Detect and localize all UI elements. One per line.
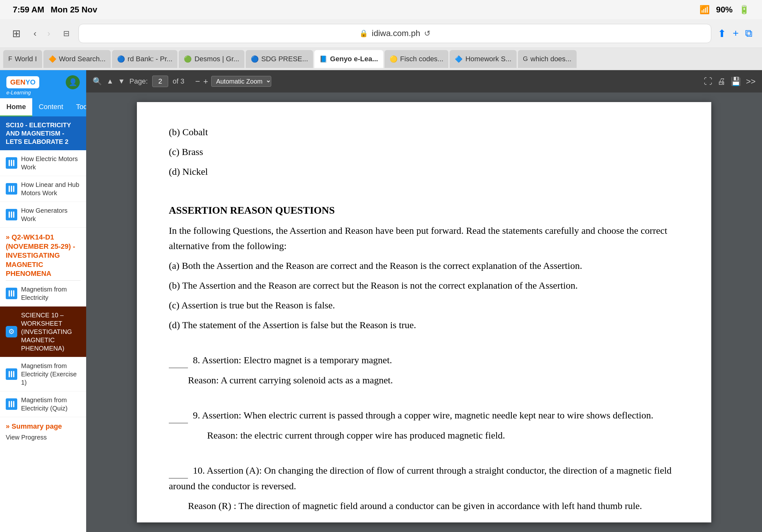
genyo-header: GENYO 👤 e-Learning Home Content Tools Li… (0, 70, 86, 116)
magnetism-ex1-icon (6, 368, 17, 380)
pdf-content: (b) Cobalt (c) Brass (d) Nickel ASSERTIO… (86, 93, 762, 532)
tab-label-which: which does... (530, 55, 571, 63)
pdf-zoom-select[interactable]: Automatic Zoom 50% 75% 100% 125% 150% (211, 76, 271, 87)
pdf-print-icon[interactable]: 🖨 (717, 77, 725, 87)
assertion-option-a: (a) Both the Assertion and the Reason ar… (169, 258, 679, 273)
tabs-button[interactable]: ⧉ (745, 28, 752, 39)
reload-icon[interactable]: ↺ (424, 29, 430, 38)
magnetism-elec-icon (6, 288, 17, 299)
tab-label-sdg: SDG PRESE... (261, 55, 308, 63)
option-c-brass: (c) Brass (169, 144, 679, 160)
tab-world[interactable]: F World I (3, 50, 42, 68)
assertion-option-d: (d) The statement of the Assertion is fa… (169, 317, 679, 333)
genyo-logo-text: GEN (10, 78, 26, 86)
time: 7:59 AM (13, 5, 44, 15)
nav-tools[interactable]: Tools (70, 98, 86, 116)
pdf-page-of: of 3 (173, 77, 185, 86)
question-8-assertion: 8. Assertion: Electro magnet is a tempor… (169, 353, 679, 368)
tab-favicon-rdbank: 🔵 (117, 55, 125, 63)
date: Mon 25 Nov (51, 5, 97, 15)
option-b-cobalt: (b) Cobalt (169, 124, 679, 140)
tab-favicon-desmos: 🟢 (184, 55, 192, 63)
pdf-fullscreen-icon[interactable]: ⛶ (704, 77, 712, 87)
genyo-avatar[interactable]: 👤 (66, 75, 80, 89)
genyo-sidebar: GENYO 👤 e-Learning Home Content Tools Li… (0, 70, 86, 532)
pdf-more-icon[interactable]: >> (746, 77, 756, 87)
science-worksheet-icon: ⚙ (6, 326, 17, 337)
browser-actions: ⬆ + ⧉ (718, 28, 752, 39)
tab-favicon-world: F (8, 55, 12, 62)
pdf-zoom-in-button[interactable]: + (203, 77, 208, 87)
how-generators-label: How Generators Work (21, 206, 80, 223)
how-linear-label: How Linear and Hub Motors Work (21, 180, 80, 197)
battery-icon: 🔋 (739, 5, 749, 15)
status-right: 📶 90% 🔋 (700, 5, 749, 15)
tab-label-wordsearch: Word Search... (59, 55, 106, 63)
nav-home[interactable]: Home (0, 98, 32, 116)
back-button[interactable]: ‹ (30, 26, 40, 41)
summary-page-link[interactable]: » Summary page (0, 417, 86, 432)
option-d-nickel: (d) Nickel (169, 164, 679, 179)
blank-9 (169, 408, 188, 423)
pdf-page-input[interactable] (152, 76, 168, 87)
tab-label-genyo: Genyo e-Lea... (330, 55, 378, 63)
pdf-prev-button[interactable]: ▲ (107, 77, 114, 86)
lock-icon: 🔒 (359, 29, 368, 37)
science-worksheet-label: SCIENCE 10 – WORKSHEET (INVESTIGATING MA… (21, 311, 80, 353)
share-button[interactable]: ⬆ (718, 28, 726, 39)
assertion-option-b: (b) The Assertion and the Reason are cor… (169, 278, 679, 293)
pdf-search-icon[interactable]: 🔍 (93, 77, 102, 86)
pdf-next-button[interactable]: ▼ (118, 77, 125, 86)
pdf-page-label: Page: (129, 77, 148, 86)
pdf-area: 🔍 ▲ ▼ Page: of 3 − + Automatic Zoom 50% … (86, 70, 762, 532)
tab-homework[interactable]: 🔷 Homework S... (450, 50, 516, 68)
browser-chrome: ⊞ ‹ › ⊟ 🔒 idiwa.com.ph ↺ ⬆ + ⧉ (0, 19, 762, 48)
sidebar-item-science-worksheet[interactable]: ⚙ SCIENCE 10 – WORKSHEET (INVESTIGATING … (0, 306, 86, 357)
how-electric-icon (6, 157, 17, 169)
pdf-download-icon[interactable]: 💾 (731, 77, 741, 87)
tab-label-desmos: Desmos | Gr... (194, 55, 239, 63)
address-bar[interactable]: 🔒 idiwa.com.ph ↺ (79, 24, 712, 43)
genyo-logo-suffix: YO (26, 78, 36, 86)
sidebar-item-magnetism-elec[interactable]: Magnetism from Electricity (0, 281, 86, 306)
orange-section-title: » Q2-WK14-D1 (NOVEMBER 25-29) - INVESTIG… (0, 228, 86, 280)
pdf-zoom-controls: − + Automatic Zoom 50% 75% 100% 125% 150… (195, 76, 271, 87)
tab-desmos[interactable]: 🟢 Desmos | Gr... (179, 50, 244, 68)
tab-favicon-fisch: 🟡 (390, 55, 398, 63)
magnetism-elec-label: Magnetism from Electricity (21, 285, 80, 302)
tab-fisch[interactable]: 🟡 Fisch codes... (385, 50, 449, 68)
sidebar-item-how-linear[interactable]: How Linear and Hub Motors Work (0, 176, 86, 202)
sidebar-toggle-button[interactable]: ⊞ (10, 25, 23, 42)
tab-genyo[interactable]: 📘 Genyo e-Lea... (314, 50, 383, 68)
tab-sdg[interactable]: 🔵 SDG PRESE... (246, 50, 313, 68)
nav-content[interactable]: Content (32, 98, 70, 116)
sidebar-item-magnetism-quiz[interactable]: Magnetism from Electricity (Quiz) (0, 391, 86, 417)
new-tab-button[interactable]: + (733, 28, 739, 39)
tab-rdbank[interactable]: 🔵 rd Bank: - Pr... (112, 50, 178, 68)
view-progress-link[interactable]: View Progress (0, 432, 86, 446)
magnetism-quiz-label: Magnetism from Electricity (Quiz) (21, 396, 80, 412)
blank-8 (169, 353, 188, 368)
question-10-assertion: 10. Assertion (A): On changing the direc… (169, 463, 679, 494)
tab-label-homework: Homework S... (465, 55, 511, 63)
tab-favicon-sdg: 🔵 (251, 55, 259, 63)
pdf-zoom-out-button[interactable]: − (195, 77, 200, 87)
battery-percent: 90% (716, 5, 733, 15)
main-container: GENYO 👤 e-Learning Home Content Tools Li… (0, 70, 762, 532)
tabs-bar: F World I 🔶 Word Search... 🔵 rd Bank: - … (0, 48, 762, 70)
genyo-logo: GENYO (6, 76, 39, 88)
question-8-reason: Reason: A current carrying solenoid acts… (169, 372, 679, 388)
tab-wordsearch[interactable]: 🔶 Word Search... (43, 50, 111, 68)
sidebar-item-magnetism-ex1[interactable]: Magnetism from Electricity (Exercise 1) (0, 357, 86, 391)
sidebar-item-how-generators[interactable]: How Generators Work (0, 202, 86, 228)
tab-switcher-icon[interactable]: ⊟ (61, 27, 72, 40)
sidebar-item-how-electric[interactable]: How Electric Motors Work (0, 150, 86, 176)
assertion-option-c: (c) Assertion is true but the Reason is … (169, 298, 679, 313)
tab-which[interactable]: G which does... (518, 50, 576, 68)
pdf-toolbar: 🔍 ▲ ▼ Page: of 3 − + Automatic Zoom 50% … (86, 70, 762, 93)
sidebar-section-title: SCI10 - ELECTRICITY AND MAGNETISM - LETS… (0, 116, 86, 150)
status-bar: 7:59 AM Mon 25 Nov 📶 90% 🔋 (0, 0, 762, 19)
tab-favicon-genyo: 📘 (319, 55, 327, 63)
forward-button[interactable]: › (43, 26, 54, 41)
status-left: 7:59 AM Mon 25 Nov (13, 5, 97, 15)
